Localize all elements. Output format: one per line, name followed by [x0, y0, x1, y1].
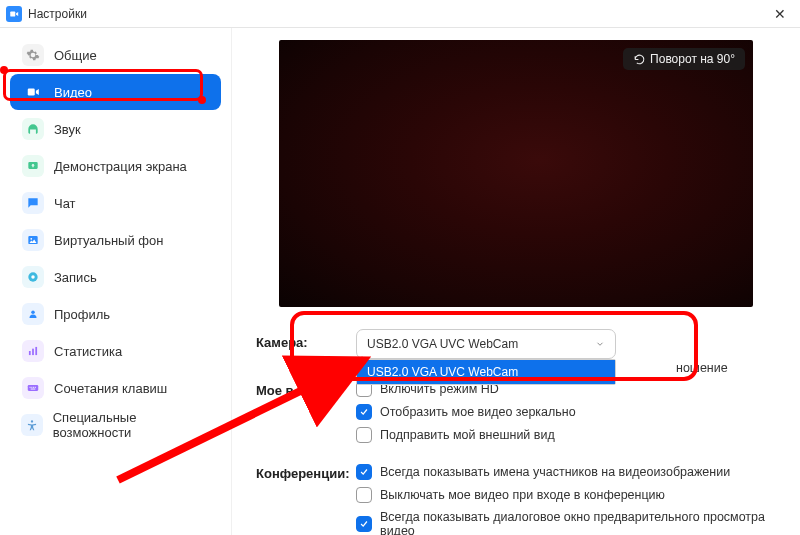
checkbox-label: Отобразить мое видео зеркально [380, 405, 576, 419]
rotate-icon [633, 53, 646, 66]
checkbox-mute-video[interactable]: Выключать мое видео при входе в конферен… [356, 487, 776, 503]
keyboard-icon [22, 377, 44, 399]
checkbox-mirror[interactable]: Отобразить мое видео зеркально [356, 404, 776, 420]
sidebar-item-label: Профиль [54, 307, 110, 322]
sidebar-item-accessibility[interactable]: Специальные возможности [10, 407, 221, 443]
sidebar-item-shortcuts[interactable]: Сочетания клавиш [10, 370, 221, 406]
sidebar: Общие Видео Звук Демонстрация экрана Чат… [0, 28, 232, 535]
svg-rect-15 [35, 387, 36, 388]
svg-rect-10 [35, 347, 37, 355]
stats-icon [22, 340, 44, 362]
checkbox-icon [356, 516, 372, 532]
sidebar-item-label: Статистика [54, 344, 122, 359]
camera-label: Камера: [256, 329, 356, 350]
partial-text: ношение [676, 361, 728, 375]
app-icon [6, 6, 22, 22]
checkbox-label: Выключать мое видео при входе в конферен… [380, 488, 665, 502]
sidebar-item-label: Видео [54, 85, 92, 100]
sidebar-item-background[interactable]: Виртуальный фон [10, 222, 221, 258]
profile-icon [22, 303, 44, 325]
checkbox-show-names[interactable]: Всегда показывать имена участников на ви… [356, 464, 776, 480]
sidebar-item-label: Виртуальный фон [54, 233, 163, 248]
gear-icon [22, 44, 44, 66]
camera-dropdown-option[interactable]: USB2.0 VGA UVC WebCam [357, 360, 615, 384]
titlebar: Настройки ✕ [0, 0, 800, 28]
sidebar-item-label: Запись [54, 270, 97, 285]
svg-point-6 [31, 275, 35, 279]
sidebar-item-label: Общие [54, 48, 97, 63]
chat-icon [22, 192, 44, 214]
svg-rect-14 [33, 387, 34, 388]
share-screen-icon [22, 155, 44, 177]
sidebar-item-audio[interactable]: Звук [10, 111, 221, 147]
headphones-icon [22, 118, 44, 140]
conference-label: Конференции: [256, 460, 356, 481]
sidebar-item-statistics[interactable]: Статистика [10, 333, 221, 369]
checkbox-touchup[interactable]: Подправить мой внешний вид [356, 427, 776, 443]
video-preview: Поворот на 90° [279, 40, 753, 307]
checkbox-icon [356, 404, 372, 420]
record-icon [22, 266, 44, 288]
checkbox-icon [356, 427, 372, 443]
my-video-label: Мое в [256, 377, 356, 398]
checkbox-icon [356, 464, 372, 480]
svg-point-17 [31, 420, 33, 422]
checkbox-label: Всегда показывать диалоговое окно предва… [380, 510, 776, 535]
camera-select[interactable]: USB2.0 VGA UVC WebCam [356, 329, 616, 359]
content-pane: Поворот на 90° Камера: USB2.0 VGA UVC We… [232, 28, 800, 535]
svg-point-7 [31, 311, 35, 315]
rotate-button[interactable]: Поворот на 90° [623, 48, 745, 70]
background-icon [22, 229, 44, 251]
svg-rect-8 [29, 351, 31, 355]
svg-rect-13 [31, 387, 32, 388]
sidebar-item-label: Звук [54, 122, 81, 137]
sidebar-item-share[interactable]: Демонстрация экрана [10, 148, 221, 184]
close-button[interactable]: ✕ [766, 0, 794, 28]
sidebar-item-label: Чат [54, 196, 76, 211]
svg-rect-12 [30, 387, 31, 388]
sidebar-item-chat[interactable]: Чат [10, 185, 221, 221]
window-title: Настройки [28, 7, 766, 21]
svg-rect-0 [10, 11, 15, 16]
svg-rect-1 [28, 89, 35, 96]
sidebar-item-recording[interactable]: Запись [10, 259, 221, 295]
svg-rect-16 [31, 389, 36, 390]
checkbox-label: Подправить мой внешний вид [380, 428, 555, 442]
sidebar-item-general[interactable]: Общие [10, 37, 221, 73]
sidebar-item-label: Сочетания клавиш [54, 381, 167, 396]
checkbox-icon [356, 487, 372, 503]
video-icon [22, 81, 44, 103]
checkbox-preview-dialog[interactable]: Всегда показывать диалоговое окно предва… [356, 510, 776, 535]
checkbox-label: Всегда показывать имена участников на ви… [380, 465, 730, 479]
sidebar-item-label: Специальные возможности [53, 410, 209, 440]
sidebar-item-label: Демонстрация экрана [54, 159, 187, 174]
svg-rect-9 [32, 349, 34, 355]
sidebar-item-profile[interactable]: Профиль [10, 296, 221, 332]
svg-point-4 [30, 238, 32, 240]
svg-rect-11 [28, 385, 39, 391]
sidebar-item-video[interactable]: Видео [10, 74, 221, 110]
camera-select-value: USB2.0 VGA UVC WebCam [367, 337, 518, 351]
chevron-down-icon [595, 339, 605, 349]
rotate-label: Поворот на 90° [650, 52, 735, 66]
camera-dropdown: USB2.0 VGA UVC WebCam [356, 359, 616, 385]
accessibility-icon [22, 414, 43, 436]
